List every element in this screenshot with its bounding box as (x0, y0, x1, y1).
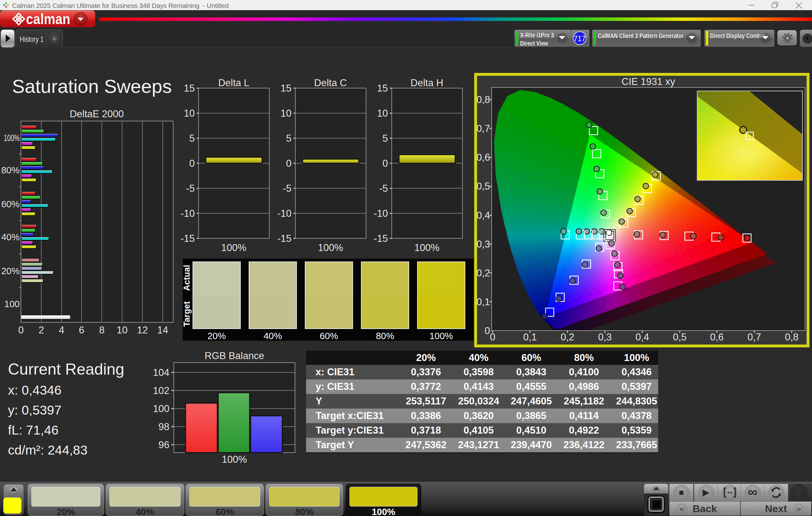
svg-text:100%: 100% (414, 242, 439, 253)
svg-text:10: 10 (184, 108, 195, 119)
svg-text:0: 0 (490, 332, 495, 343)
svg-text:0,4: 0,4 (476, 210, 490, 221)
svg-text:10: 10 (117, 325, 127, 336)
svg-text:0: 0 (286, 158, 291, 169)
svg-text:12: 12 (137, 325, 148, 336)
svg-text:0,2: 0,2 (476, 268, 490, 279)
svg-text:-5: -5 (186, 183, 195, 194)
svg-text:-10: -10 (374, 208, 388, 219)
svg-text:Delta L: Delta L (218, 77, 249, 88)
svg-text:-5: -5 (379, 183, 388, 194)
svg-text:DeltaE 2000: DeltaE 2000 (70, 109, 124, 120)
svg-text:0,5: 0,5 (476, 181, 490, 192)
svg-text:102: 102 (153, 385, 169, 396)
svg-text:5: 5 (190, 133, 195, 144)
svg-text:0,2: 0,2 (560, 332, 574, 343)
svg-text:60%: 60% (1, 199, 20, 209)
svg-text:0,6: 0,6 (476, 152, 490, 163)
svg-text:10: 10 (377, 108, 388, 119)
svg-text:15: 15 (377, 83, 388, 94)
svg-text:-10: -10 (277, 208, 291, 219)
svg-text:0,7: 0,7 (476, 123, 490, 134)
svg-text:96: 96 (158, 439, 169, 450)
svg-text:-15: -15 (180, 233, 195, 244)
svg-text:0,1: 0,1 (523, 332, 537, 343)
svg-text:100%: 100% (4, 133, 20, 143)
svg-text:5: 5 (382, 133, 388, 144)
svg-text:5: 5 (286, 133, 291, 144)
svg-text:Delta C: Delta C (314, 77, 347, 88)
svg-text:10: 10 (281, 108, 291, 119)
svg-text:0,7: 0,7 (747, 332, 761, 343)
svg-text:2: 2 (38, 325, 44, 336)
svg-text:0,3: 0,3 (476, 239, 490, 250)
svg-text:100: 100 (153, 403, 169, 414)
svg-text:100: 100 (4, 299, 20, 309)
svg-text:15: 15 (184, 83, 195, 94)
svg-text:100%: 100% (221, 242, 246, 253)
svg-text:6: 6 (79, 325, 84, 336)
svg-text:0,8: 0,8 (476, 94, 490, 105)
svg-text:14: 14 (157, 325, 168, 336)
svg-text:8: 8 (99, 325, 104, 336)
svg-text:104: 104 (153, 367, 169, 378)
svg-text:RGB Balance: RGB Balance (205, 350, 264, 361)
svg-text:98: 98 (158, 421, 169, 432)
svg-text:100%: 100% (222, 454, 247, 465)
svg-text:0,8: 0,8 (785, 332, 799, 343)
svg-text:Delta H: Delta H (410, 77, 443, 88)
svg-text:20%: 20% (1, 266, 20, 276)
svg-text:0: 0 (18, 325, 24, 336)
svg-text:15: 15 (281, 83, 291, 94)
svg-text:0,3: 0,3 (598, 332, 612, 343)
svg-text:0,4: 0,4 (635, 332, 649, 343)
svg-text:0,6: 0,6 (710, 332, 724, 343)
svg-text:100%: 100% (318, 242, 343, 253)
svg-text:-10: -10 (180, 208, 195, 219)
svg-text:0: 0 (382, 158, 388, 169)
svg-text:40%: 40% (1, 232, 20, 242)
svg-text:-15: -15 (277, 233, 291, 244)
svg-text:0: 0 (485, 325, 490, 336)
svg-text:4: 4 (59, 325, 64, 336)
svg-text:0,5: 0,5 (673, 332, 687, 343)
svg-text:0,1: 0,1 (476, 296, 490, 307)
svg-text:-5: -5 (283, 183, 291, 194)
svg-text:0: 0 (190, 158, 195, 169)
svg-text:80%: 80% (1, 165, 20, 175)
svg-text:-15: -15 (374, 233, 388, 244)
svg-text:CIE 1931 xy: CIE 1931 xy (622, 76, 675, 87)
